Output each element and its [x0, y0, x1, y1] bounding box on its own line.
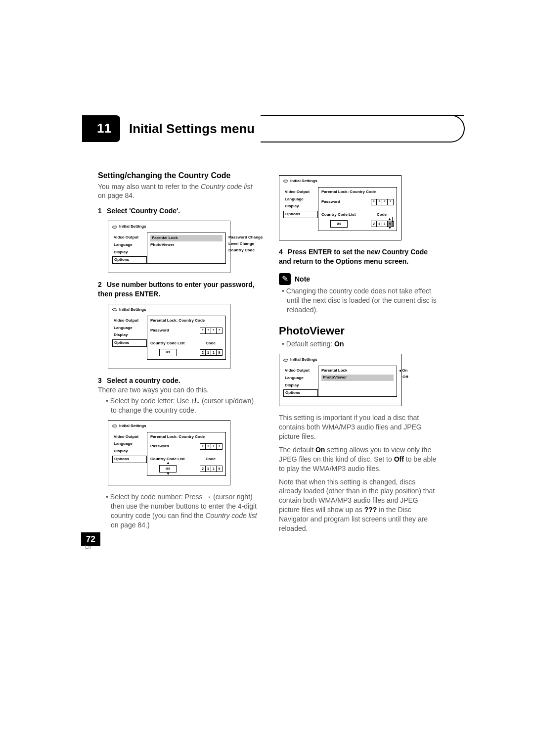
osd-screenshot-4: Initial Settings Video Output Language D…: [279, 175, 401, 240]
step-3-sub: There are two ways you can do this.: [98, 385, 258, 395]
step-2: 2Use number buttons to enter your passwo…: [98, 280, 258, 299]
right-column: Initial Settings Video Output Language D…: [279, 170, 439, 533]
pv-default: Default setting: On: [279, 339, 439, 349]
svg-point-2: [113, 425, 117, 427]
up-down-icon: ↑/↓: [191, 397, 200, 405]
bullet-letter: Select by code letter: Use ↑/↓ (cursor u…: [98, 396, 258, 415]
header-rule: [261, 115, 465, 142]
osd-screenshot-1: Initial Settings Video Output Language D…: [108, 221, 230, 273]
svg-point-3: [284, 180, 288, 182]
step-3: 3Select a country code.: [98, 376, 258, 385]
step-1: 1Select 'Country Code'.: [98, 206, 258, 216]
svg-point-1: [113, 309, 117, 311]
pv-para-3: Note that when this setting is changed, …: [279, 477, 439, 533]
note-heading: ✎ Note: [279, 273, 310, 285]
intro-text: You may also want to refer to the Countr…: [98, 182, 258, 201]
osd-screenshot-3: Initial Settings Video Output Language D…: [108, 420, 230, 485]
password-cells: ****: [200, 328, 222, 334]
pv-para-2: The default On setting allows you to vie…: [279, 445, 439, 473]
svg-point-0: [113, 226, 117, 228]
osd-screenshot-5: Initial Settings Video Output Language D…: [279, 354, 401, 406]
chapter-number: 11: [82, 115, 120, 142]
photoviewer-heading: PhotoViewer: [279, 324, 439, 338]
svg-point-4: [284, 359, 288, 361]
step-4: 4Press ENTER to set the new Country Code…: [279, 247, 439, 266]
osd-screenshot-2: Initial Settings Video Output Language D…: [108, 304, 230, 369]
bullet-number: Select by code number: Press → (cursor r…: [98, 492, 258, 530]
pv-para-1: This setting is important if you load a …: [279, 413, 439, 441]
manual-page: 11 Initial Settings menu Setting/changin…: [0, 0, 534, 756]
chapter-title: Initial Settings menu: [129, 121, 255, 137]
page-locale: En: [85, 544, 91, 550]
right-arrow-icon: →: [204, 493, 213, 501]
chapter-header: 11 Initial Settings menu: [82, 115, 465, 142]
note-icon: ✎: [279, 273, 291, 285]
left-column: Setting/changing the Country Code You ma…: [98, 170, 258, 533]
section-heading: Setting/changing the Country Code: [98, 170, 258, 181]
note-bullet: Changing the country code does not take …: [279, 286, 439, 315]
